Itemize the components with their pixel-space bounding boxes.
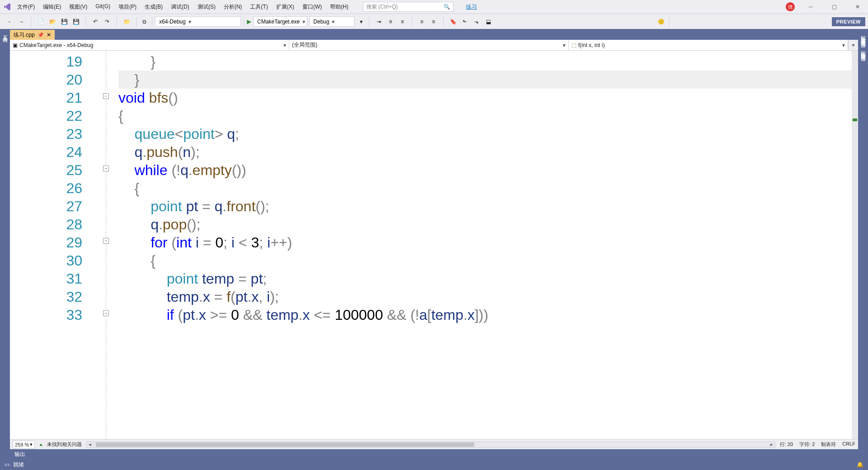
bookmark-prev-icon[interactable]: ⬑ — [460, 17, 470, 27]
zoom-value: 259 % — [15, 442, 29, 447]
nav-member-value: f(int x, int i) — [578, 42, 605, 48]
menu-item[interactable]: 文件(F) — [14, 1, 38, 13]
eol-indicator[interactable]: CRLF — [842, 441, 855, 448]
fold-column: −−−− — [100, 51, 118, 439]
close-button[interactable]: ✕ — [850, 2, 865, 12]
issues-text[interactable]: 未找到相关问题 — [47, 441, 82, 448]
fold-toggle[interactable]: − — [103, 166, 109, 171]
new-item-icon[interactable]: 📄 — [36, 17, 46, 27]
status-bar: ▭ 就绪 🔔 — [0, 459, 868, 470]
window-icon[interactable]: ⧉ — [139, 17, 149, 27]
nav-bar: ▣ CMakeTarget.exe - x64-Debug ▾ (全局范围) ▾… — [10, 40, 858, 51]
menu-item[interactable]: 生成(B) — [141, 1, 166, 13]
preview-button[interactable]: PREVIEW — [832, 17, 865, 26]
nav-scope-combo[interactable]: (全局范围) ▾ — [289, 40, 569, 50]
scroll-right-icon[interactable]: ▸ — [769, 442, 775, 447]
step-icon[interactable]: ⇥ — [374, 17, 384, 27]
chevron-down-icon: ▾ — [189, 19, 191, 25]
editor-column: 练习.cpp 📌 ✕ ▣ CMakeTarget.exe - x64-Debug… — [10, 29, 858, 459]
tab-close-icon[interactable]: ✕ — [47, 32, 51, 38]
fold-toggle[interactable]: − — [103, 238, 109, 244]
menu-item[interactable]: 扩展(X) — [273, 1, 298, 13]
cube-icon: ⬚ — [571, 42, 576, 48]
menu-item[interactable]: 帮助(H) — [326, 1, 352, 13]
notifications-icon[interactable]: 🔔 — [857, 461, 863, 468]
menu-bar: 文件(F)编辑(E)视图(V)Git(G)项目(P)生成(B)调试(D)测试(S… — [0, 0, 868, 14]
comment-icon[interactable]: ≡ — [417, 17, 427, 27]
fold-toggle[interactable]: − — [103, 93, 109, 99]
code-area[interactable]: } }void bfs(){ queue<point> q; q.push(n)… — [118, 51, 852, 439]
toolbox-tab[interactable]: 工具箱 — [0, 29, 10, 459]
editor-info-bar: 259 % ▾ ● 未找到相关问题 ◂ ▸ 行: 20 字符: 2 制表符 CR… — [10, 439, 858, 449]
menu-item[interactable]: Git(G) — [92, 1, 114, 13]
user-avatar[interactable]: 佳 — [786, 2, 795, 11]
nav-member-combo[interactable]: ⬚ f(int x, int i) ▾ — [569, 40, 848, 50]
menu-item[interactable]: 分析(N) — [220, 1, 246, 13]
dropdown-more-icon[interactable]: ▾ — [356, 17, 366, 27]
output-label: 输出 — [14, 451, 25, 458]
menu-item[interactable]: 编辑(E) — [39, 1, 65, 13]
minimize-button[interactable]: ─ — [803, 2, 818, 12]
chevron-down-icon: ▾ — [302, 19, 305, 25]
menu-item[interactable]: 测试(S) — [194, 1, 219, 13]
menu-item[interactable]: 调试(D) — [167, 1, 193, 13]
menu-item[interactable]: 项目(P) — [115, 1, 140, 13]
folder-icon[interactable]: 📁 — [122, 17, 132, 27]
target-value: CMakeTarget.exe — [257, 19, 300, 25]
output-panel-header[interactable]: 输出 — [10, 449, 858, 459]
horizontal-scrollbar[interactable]: ◂ ▸ — [86, 442, 775, 448]
chevron-down-icon: ▾ — [842, 42, 845, 48]
nav-project-value: CMakeTarget.exe - x64-Debug — [19, 42, 93, 48]
save-all-icon[interactable]: 💾 — [71, 17, 81, 27]
nav-project-combo[interactable]: ▣ CMakeTarget.exe - x64-Debug ▾ — [10, 40, 289, 50]
target-dropdown[interactable]: CMakeTarget.exe ▾ — [253, 16, 307, 27]
config-value: x64-Debug — [159, 19, 186, 25]
config-dropdown[interactable]: x64-Debug ▾ — [155, 16, 241, 27]
run-icon[interactable]: ▶ — [247, 18, 251, 25]
line-indicator[interactable]: 行: 20 — [780, 441, 793, 448]
file-tab-label: 练习.cpp — [14, 31, 35, 39]
maximize-button[interactable]: ▢ — [826, 2, 842, 12]
project-icon: ▣ — [13, 42, 18, 48]
menu-item[interactable]: 工具(T) — [246, 1, 271, 13]
nav-add-button[interactable]: + — [848, 40, 858, 50]
indent-icon[interactable]: ≡ — [386, 17, 396, 27]
overview-ruler[interactable] — [852, 51, 858, 439]
scrollbar-thumb[interactable] — [96, 442, 474, 447]
tab-strip: 练习.cpp 📌 ✕ — [10, 29, 858, 40]
fold-toggle[interactable]: − — [103, 310, 109, 316]
main-area: 工具箱 练习.cpp 📌 ✕ ▣ CMakeTarget.exe - x64-D… — [0, 29, 868, 459]
practice-link[interactable]: 练习 — [466, 3, 477, 11]
chevron-down-icon: ▾ — [30, 442, 33, 447]
tabs-indicator[interactable]: 制表符 — [821, 441, 836, 448]
menu-item[interactable]: 窗口(W) — [299, 1, 326, 13]
window-icon[interactable]: ▭ — [5, 461, 9, 468]
nav-fwd-icon[interactable]: → — [16, 17, 26, 27]
zoom-control[interactable]: 259 % ▾ — [13, 441, 35, 449]
outdent-icon[interactable]: ≡ — [397, 17, 407, 27]
file-tab-active[interactable]: 练习.cpp 📌 ✕ — [10, 30, 55, 40]
open-icon[interactable]: 📂 — [47, 17, 57, 27]
pin-icon[interactable]: 📌 — [38, 32, 44, 38]
search-box[interactable]: 搜索 (Ctrl+Q) 🔍 — [363, 2, 453, 12]
chevron-down-icon: ▾ — [563, 42, 566, 48]
scroll-left-icon[interactable]: ◂ — [87, 442, 93, 447]
uncomment-icon[interactable]: ≡ — [429, 17, 439, 27]
feedback-icon[interactable]: 🙂 — [656, 17, 666, 27]
side-panel-tab[interactable]: 解决方案资源管理器 — [858, 29, 868, 43]
char-indicator[interactable]: 字符: 2 — [799, 441, 815, 448]
nav-scope-value: (全局范围) — [292, 41, 317, 49]
save-icon[interactable]: 💾 — [59, 17, 69, 27]
debugmode-dropdown[interactable]: Debug ▾ — [309, 16, 354, 27]
bookmark-next-icon[interactable]: ⬎ — [472, 17, 481, 27]
undo-icon[interactable]: ↶ — [90, 17, 100, 27]
chevron-down-icon: ▾ — [332, 19, 335, 25]
bookmark-icon[interactable]: 🔖 — [448, 17, 458, 27]
menu-item[interactable]: 视图(V) — [66, 1, 91, 13]
side-panel-tab[interactable]: 团队资源管理器 — [858, 44, 868, 56]
toolbar: ◦ → 📄 📂 💾 💾 ↶ ↷ 📁 ⧉ x64-Debug ▾ ▶ CMakeT… — [0, 14, 868, 29]
bookmark-clear-icon[interactable]: ⬓ — [483, 17, 493, 27]
redo-icon[interactable]: ↷ — [102, 17, 112, 27]
code-editor[interactable]: 192021222324252627282930313233 −−−− } }v… — [10, 51, 858, 439]
nav-back-icon[interactable]: ◦ — [5, 17, 14, 27]
